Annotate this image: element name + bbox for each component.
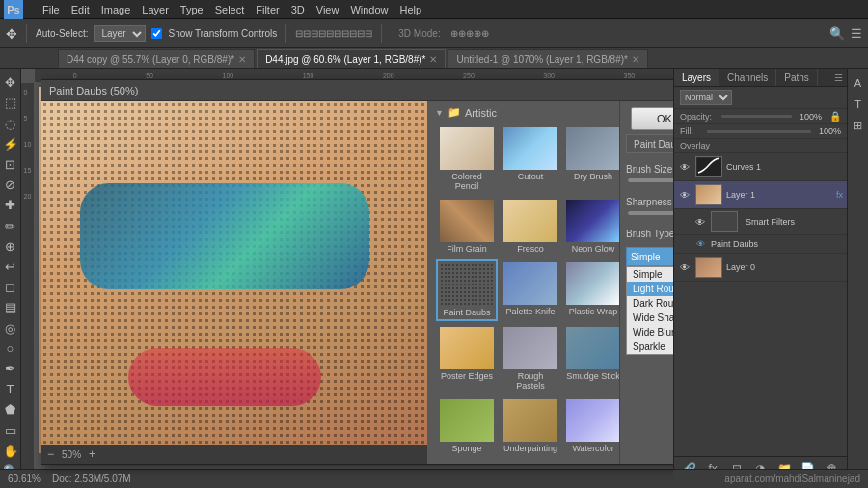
3d-mode-label: 3D Mode: bbox=[398, 28, 440, 39]
opacity-slider[interactable] bbox=[721, 115, 792, 118]
filter-item-watercolor[interactable]: Watercolor bbox=[563, 396, 620, 456]
blend-mode-select[interactable]: Normal Overlay bbox=[680, 90, 732, 105]
filter-item-dry-brush[interactable]: Dry Brush bbox=[563, 124, 620, 194]
tab-close-1[interactable]: ✕ bbox=[429, 54, 437, 65]
sharpness-container: Sharpness bbox=[626, 190, 673, 219]
pen-tool[interactable]: ✒ bbox=[1, 360, 20, 378]
menu-help[interactable]: Help bbox=[400, 4, 422, 15]
heal-tool[interactable]: ✚ bbox=[1, 196, 20, 214]
auto-select-label: Auto-Select: bbox=[36, 28, 88, 39]
workspace-icon[interactable]: ☰ bbox=[851, 26, 862, 41]
svg-rect-0 bbox=[696, 157, 721, 176]
brush-type-label: Brush Type: bbox=[626, 229, 673, 239]
right-btn-1[interactable]: A bbox=[849, 73, 868, 93]
shape-tool[interactable]: ▭ bbox=[1, 420, 20, 439]
ok-button[interactable]: OK bbox=[631, 107, 673, 130]
tab-channels[interactable]: Channels bbox=[719, 69, 776, 86]
tab-1[interactable]: D44.jpg @ 60.6% (Layer 1, RGB/8#)* ✕ bbox=[257, 49, 446, 68]
filter-item-colored-pencil[interactable]: Colored Pencil bbox=[436, 124, 498, 194]
right-btn-3[interactable]: ⊞ bbox=[849, 116, 868, 135]
path-tool[interactable]: ⬟ bbox=[1, 400, 20, 419]
show-transform-checkbox[interactable] bbox=[151, 28, 162, 39]
auto-select-dropdown[interactable]: Layer bbox=[94, 25, 146, 42]
filter-item-paint-daubs[interactable]: Paint Daubs bbox=[436, 259, 498, 321]
category-brush-strokes[interactable]: ▶📁Brush Strokes bbox=[427, 461, 619, 464]
filter-item-sponge[interactable]: Sponge bbox=[436, 396, 498, 456]
layer-1[interactable]: 👁 Layer 1 fx bbox=[674, 181, 847, 209]
blur-tool[interactable]: ◎ bbox=[1, 318, 20, 337]
zoom-out-btn[interactable]: − bbox=[47, 447, 54, 461]
menu-edit[interactable]: Edit bbox=[71, 4, 90, 15]
filter-type-select[interactable]: Paint Daubs bbox=[626, 134, 673, 153]
tab-close-2[interactable]: ✕ bbox=[632, 54, 639, 65]
fill-slider[interactable] bbox=[707, 130, 811, 133]
select-tool[interactable]: ⬚ bbox=[1, 94, 20, 112]
filter-item-cutout[interactable]: Cutout bbox=[501, 124, 560, 194]
brush-type-option-light-rough[interactable]: Light Rough bbox=[627, 282, 673, 296]
main-area: ✥ ⬚ ◌ ⚡ ⊡ ⊘ ✚ ✏ ⊕ ↩ ◻ ▤ ◎ ○ ✒ T ⬟ ▭ ✋ 🔍 … bbox=[0, 69, 868, 480]
lasso-tool[interactable]: ◌ bbox=[1, 114, 20, 132]
tab-layers[interactable]: Layers bbox=[674, 69, 719, 86]
filter-item-fresco[interactable]: Fresco bbox=[501, 197, 560, 257]
move-tool[interactable]: ✥ bbox=[1, 73, 20, 92]
menu-type[interactable]: Type bbox=[180, 4, 203, 15]
filter-grid: Colored PencilCutoutDry BrushFilm GrainF… bbox=[433, 122, 613, 459]
panel-menu-btn[interactable]: ☰ bbox=[830, 69, 847, 86]
menu-image[interactable]: Image bbox=[101, 4, 131, 15]
brush-type-option-simple[interactable]: Simple bbox=[627, 267, 673, 282]
filter-thumb-palette-knife bbox=[503, 262, 557, 305]
dialog-title: Paint Daubs (50%) bbox=[41, 80, 673, 101]
layer-0-eye[interactable]: 👁 bbox=[678, 260, 692, 274]
filter-item-film-grain[interactable]: Film Grain bbox=[436, 197, 498, 257]
clone-tool[interactable]: ⊕ bbox=[1, 237, 20, 256]
right-btn-2[interactable]: T bbox=[849, 95, 868, 114]
zoom-in-btn[interactable]: + bbox=[89, 447, 95, 461]
brush-type-option-wide-blurry[interactable]: Wide Blurry bbox=[627, 325, 673, 339]
layer-0[interactable]: 👁 Layer 0 bbox=[674, 254, 847, 282]
menu-select[interactable]: Select bbox=[215, 4, 245, 15]
crop-tool[interactable]: ⊡ bbox=[1, 155, 20, 174]
filter-item-neon-glow[interactable]: Neon Glow bbox=[563, 197, 620, 257]
menu-3d[interactable]: 3D bbox=[291, 4, 305, 15]
brush-type-option-sparkle[interactable]: Sparkle bbox=[627, 339, 673, 354]
tab-0[interactable]: D44 copy @ 55.7% (Layer 0, RGB/8#)* ✕ bbox=[58, 49, 255, 68]
menu-layer[interactable]: Layer bbox=[142, 4, 169, 15]
layer-1-eye[interactable]: 👁 bbox=[678, 188, 692, 202]
smart-filters-eye[interactable]: 👁 bbox=[693, 215, 707, 229]
layer-curves1[interactable]: 👁 Curves 1 bbox=[674, 153, 847, 181]
menu-view[interactable]: View bbox=[316, 4, 339, 15]
paint-daubs-eye[interactable]: 👁 bbox=[693, 237, 707, 251]
brush-type-selected: Simple bbox=[631, 252, 661, 262]
filter-item-underpainting[interactable]: Underpainting bbox=[501, 396, 560, 456]
text-tool[interactable]: T bbox=[1, 380, 20, 398]
hand-tool[interactable]: ✋ bbox=[1, 442, 20, 460]
eyedropper-tool[interactable]: ⊘ bbox=[1, 176, 20, 194]
eraser-tool[interactable]: ◻ bbox=[1, 278, 20, 296]
layer-curves1-eye[interactable]: 👁 bbox=[678, 160, 692, 174]
paint-daubs-row[interactable]: 👁 Paint Daubs bbox=[674, 235, 847, 254]
brush-type-dropdown-list: SimpleLight RoughDark RoughWide SharpWid… bbox=[626, 266, 673, 355]
tab-close-0[interactable]: ✕ bbox=[238, 54, 246, 65]
artistic-category-header[interactable]: ▼ 📁 Artistic bbox=[433, 103, 613, 122]
layer-0-name: Layer 0 bbox=[726, 262, 843, 272]
filter-item-poster-edges[interactable]: Poster Edges bbox=[436, 324, 498, 393]
brush-type-option-dark-rough[interactable]: Dark Rough bbox=[627, 296, 673, 311]
brush-type-dropdown-btn[interactable]: Simple ▼ bbox=[626, 247, 673, 266]
filter-item-rough-pastels[interactable]: Rough Pastels bbox=[501, 324, 560, 393]
menu-filter[interactable]: Filter bbox=[256, 4, 279, 15]
menu-window[interactable]: Window bbox=[350, 4, 388, 15]
filter-item-plastic-wrap[interactable]: Plastic Wrap bbox=[563, 259, 620, 321]
move-tool-icon: ✥ bbox=[6, 26, 17, 41]
wand-tool[interactable]: ⚡ bbox=[1, 135, 20, 153]
gradient-tool[interactable]: ▤ bbox=[1, 298, 20, 316]
history-tool[interactable]: ↩ bbox=[1, 258, 20, 276]
filter-item-palette-knife[interactable]: Palette Knife bbox=[501, 259, 560, 321]
tab-2[interactable]: Untitled-1 @ 1070% (Layer 1, RGB/8#)* ✕ bbox=[448, 49, 647, 68]
dodge-tool[interactable]: ○ bbox=[1, 339, 20, 358]
filter-item-smudge-stick[interactable]: Smudge Stick bbox=[563, 324, 620, 393]
tab-paths[interactable]: Paths bbox=[776, 69, 818, 86]
brush-tool[interactable]: ✏ bbox=[1, 216, 20, 234]
menu-file[interactable]: File bbox=[42, 4, 60, 15]
brush-type-option-wide-sharp[interactable]: Wide Sharp bbox=[627, 311, 673, 325]
search-icon[interactable]: 🔍 bbox=[829, 26, 845, 41]
